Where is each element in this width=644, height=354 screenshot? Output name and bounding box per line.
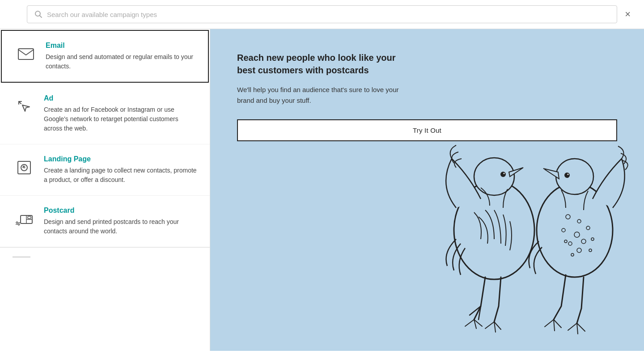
postcard-title: Postcard bbox=[44, 206, 197, 215]
right-bird bbox=[529, 146, 628, 334]
ad-icon bbox=[13, 95, 36, 118]
svg-point-25 bbox=[564, 240, 567, 243]
postcard-icon bbox=[13, 207, 36, 231]
panel-heading: Reach new people who look like your best… bbox=[237, 51, 407, 76]
landing-page-item-text: Landing Page Create a landing page to co… bbox=[44, 155, 197, 185]
svg-rect-11 bbox=[28, 216, 31, 219]
svg-point-23 bbox=[568, 242, 572, 245]
svg-point-24 bbox=[591, 238, 594, 240]
bird-illustration bbox=[411, 78, 635, 346]
sidebar: Email Design and send automated or regul… bbox=[0, 29, 210, 351]
svg-point-30 bbox=[565, 173, 569, 177]
svg-point-18 bbox=[577, 219, 581, 223]
svg-point-20 bbox=[574, 232, 580, 237]
search-icon bbox=[34, 10, 42, 18]
sidebar-item-email[interactable]: Email Design and send automated or regul… bbox=[1, 30, 209, 83]
svg-point-15 bbox=[504, 173, 505, 174]
svg-rect-2 bbox=[18, 49, 34, 59]
postcard-description: Design and send printed postcards to rea… bbox=[44, 217, 197, 236]
svg-point-17 bbox=[566, 215, 570, 219]
svg-point-13 bbox=[474, 158, 514, 195]
svg-point-19 bbox=[562, 228, 565, 232]
svg-point-31 bbox=[568, 174, 569, 175]
landing-page-description: Create a landing page to collect new con… bbox=[44, 166, 197, 185]
search-input[interactable] bbox=[47, 11, 610, 18]
svg-point-28 bbox=[571, 253, 574, 256]
search-bar: × bbox=[0, 0, 644, 29]
postcard-item-text: Postcard Design and send printed postcar… bbox=[44, 206, 197, 236]
ad-item-text: Ad Create an ad for Facebook or Instagra… bbox=[44, 94, 197, 133]
sidebar-item-landing-page[interactable]: Landing Page Create a landing page to co… bbox=[0, 144, 210, 196]
panel-description: We'll help you find an audience that's s… bbox=[237, 84, 407, 106]
sidebar-item-postcard[interactable]: Postcard Design and send printed postcar… bbox=[0, 196, 210, 247]
ad-title: Ad bbox=[44, 94, 197, 102]
svg-point-21 bbox=[586, 226, 590, 230]
email-description: Design and send automated or regular ema… bbox=[46, 52, 195, 71]
email-icon bbox=[14, 42, 38, 66]
ad-description: Create an ad for Facebook or Instagram o… bbox=[44, 105, 197, 133]
email-item-text: Email Design and send automated or regul… bbox=[46, 42, 195, 71]
svg-point-29 bbox=[556, 159, 593, 194]
svg-point-26 bbox=[577, 248, 581, 253]
svg-point-14 bbox=[501, 172, 505, 177]
svg-point-22 bbox=[581, 239, 586, 244]
right-panel: Reach new people who look like your best… bbox=[210, 29, 644, 351]
sidebar-bottom bbox=[0, 247, 210, 266]
email-title: Email bbox=[46, 42, 195, 50]
search-input-wrapper bbox=[27, 5, 617, 23]
sidebar-divider bbox=[13, 257, 30, 257]
close-button[interactable]: × bbox=[625, 9, 631, 19]
left-bird bbox=[446, 145, 534, 332]
landing-page-icon bbox=[13, 156, 36, 179]
svg-point-27 bbox=[589, 249, 592, 252]
landing-page-title: Landing Page bbox=[44, 155, 197, 163]
svg-line-1 bbox=[40, 16, 42, 18]
sidebar-item-ad[interactable]: Ad Create an ad for Facebook or Instagra… bbox=[0, 84, 210, 144]
main-content: Email Design and send automated or regul… bbox=[0, 29, 644, 351]
